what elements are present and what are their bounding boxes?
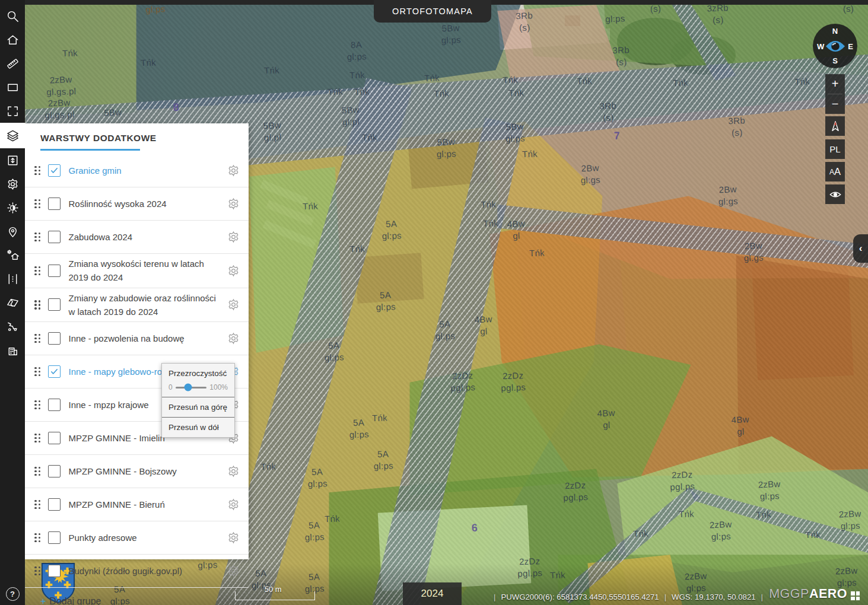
zoom-in-button[interactable]: + (825, 74, 845, 94)
location-pin-icon (6, 225, 20, 238)
layer-checkbox[interactable] (48, 531, 61, 544)
help-button[interactable]: ? (0, 585, 25, 603)
year-selector-button[interactable]: 2024 (403, 582, 462, 605)
drag-handle-icon[interactable] (34, 467, 41, 476)
drag-handle-icon[interactable] (34, 367, 41, 377)
sidebar-item-measure[interactable] (0, 52, 25, 75)
visibility-button[interactable] (825, 184, 845, 204)
layer-settings-gear-icon[interactable] (227, 298, 240, 311)
layer-checkbox[interactable] (48, 198, 61, 210)
layer-checkbox[interactable] (48, 298, 61, 311)
move-layer-up-item[interactable]: Przesuń na górę (162, 397, 234, 417)
sidebar-item-survey-tool[interactable] (0, 314, 25, 338)
drag-handle-icon[interactable] (34, 566, 41, 576)
layer-settings-gear-icon[interactable] (227, 464, 240, 478)
drag-handle-icon[interactable] (34, 166, 41, 176)
survey-tool-icon (6, 320, 20, 333)
sidebar-item-layers[interactable] (0, 123, 25, 148)
drag-handle-icon[interactable] (34, 300, 41, 310)
layer-checkbox[interactable] (48, 565, 61, 577)
layer-settings-gear-icon[interactable] (227, 164, 240, 177)
font-size-button[interactable]: AA (825, 162, 845, 182)
layer-label[interactable]: Granice gmin (69, 164, 227, 177)
view-direction-eye-icon[interactable] (825, 40, 846, 53)
layer-checkbox[interactable] (48, 365, 61, 378)
sidebar-icons (0, 4, 25, 362)
drag-handle-icon[interactable] (34, 334, 41, 343)
drag-handle-icon[interactable] (34, 533, 41, 543)
zoom-out-button[interactable]: − (825, 94, 845, 114)
sidebar-item-shadow-analysis[interactable] (0, 243, 25, 267)
north-arrow-button[interactable] (825, 116, 845, 136)
sidebar-item-fullscreen[interactable] (0, 99, 25, 123)
sidebar-item-split-view[interactable] (0, 267, 25, 291)
coordinates-bar: | PUWG2000(6): 6581373.4450,5550165.4271… (488, 593, 768, 601)
layer-row: Zmiany w zabudowie oraz roślinności w la… (25, 288, 249, 323)
drag-handle-icon[interactable] (34, 266, 41, 276)
layer-checkbox[interactable] (48, 432, 61, 444)
sidebar-item-settings[interactable] (0, 172, 25, 196)
wgs-coordinates: WGS: 19.1370, 50.0821 (672, 593, 756, 601)
opacity-slider[interactable]: 0 100% (168, 383, 228, 391)
layer-label[interactable]: Zmiana wysokości terenu w latach 2019 do… (69, 257, 227, 285)
font-small-label: A (829, 168, 834, 176)
sidebar-item-brightness[interactable] (0, 196, 25, 219)
layer-label[interactable]: Roślinność wysoka 2024 (69, 197, 227, 211)
move-layer-down-item[interactable]: Przesuń w dół (162, 417, 234, 437)
export-layer-icon (6, 154, 20, 167)
layer-checkbox[interactable] (48, 164, 61, 177)
compass-rose[interactable]: N W E S (813, 24, 857, 68)
layer-checkbox[interactable] (48, 265, 61, 277)
layer-label[interactable]: Inne - pozwolenia na budowę (69, 332, 227, 345)
layer-settings-gear-icon[interactable] (227, 197, 240, 211)
layer-settings-gear-icon[interactable] (227, 264, 240, 278)
oblique-map-icon (6, 296, 20, 310)
font-big-label: A (834, 166, 841, 177)
brand-bold: AERO (809, 587, 847, 601)
layer-settings-gear-icon[interactable] (227, 531, 240, 544)
add-group-button[interactable]: +Dodaj grupę (40, 596, 249, 605)
drag-handle-icon[interactable] (34, 233, 41, 242)
sidebar-item-home[interactable] (0, 28, 25, 52)
layer-label[interactable]: MPZP GMINNE - Bieruń (69, 498, 227, 511)
layer-settings-gear-icon[interactable] (227, 498, 240, 511)
basemap-title-button[interactable]: ORTOFOTOMAPA (374, 0, 491, 23)
layer-settings-gear-icon[interactable] (227, 564, 240, 578)
layer-row: MPZP GMINNE - Bojszowy (25, 455, 249, 488)
separator: | (664, 593, 666, 601)
drag-handle-icon[interactable] (34, 434, 41, 443)
layer-checkbox[interactable] (48, 332, 61, 345)
layer-label[interactable]: Budynki (źródło gugik.gov.pl) (69, 564, 227, 578)
layer-checkbox[interactable] (48, 498, 61, 511)
layer-label[interactable]: Zmiany w zabudowie oraz roślinności w la… (69, 291, 227, 319)
layer-checkbox[interactable] (48, 231, 61, 243)
layer-settings-gear-icon[interactable] (227, 230, 240, 244)
layer-label[interactable]: Punkty adresowe (69, 531, 227, 544)
sidebar-item-location-pin[interactable] (0, 219, 25, 243)
layers-icon (6, 129, 20, 142)
sidebar-item-search[interactable] (0, 4, 25, 28)
app: { "colors":{"accent_blue":"#3f9bd8","pan… (0, 0, 868, 605)
puwg-coordinates: PUWG2000(6): 6581373.4450,5550165.4271 (501, 593, 659, 601)
layer-label[interactable]: MPZP GMINNE - Bojszowy (69, 464, 227, 478)
layer-label[interactable]: Zabudowa 2024 (69, 230, 227, 244)
language-button[interactable]: PL (825, 139, 845, 159)
sidebar-item-buildings[interactable] (0, 338, 25, 362)
sidebar-item-export-layer[interactable] (0, 148, 25, 172)
layer-row: Punkty adresowe (25, 521, 249, 555)
sidebar-item-oblique-map[interactable] (0, 291, 25, 314)
drag-handle-icon[interactable] (34, 500, 41, 510)
fullscreen-icon (6, 104, 20, 118)
drag-handle-icon[interactable] (34, 400, 41, 410)
layer-checkbox[interactable] (48, 465, 61, 477)
sidebar-item-select-area[interactable] (0, 75, 25, 99)
layer-row: Budynki (źródło gugik.gov.pl) (25, 555, 249, 588)
layer-checkbox[interactable] (48, 399, 61, 411)
collapse-panel-tab[interactable]: ‹ (853, 234, 868, 263)
slider-track[interactable] (176, 387, 207, 389)
slider-thumb[interactable] (184, 384, 192, 391)
drag-handle-icon[interactable] (34, 199, 41, 209)
layer-settings-gear-icon[interactable] (227, 332, 240, 345)
split-view-icon (6, 272, 20, 286)
separator: | (761, 593, 763, 601)
